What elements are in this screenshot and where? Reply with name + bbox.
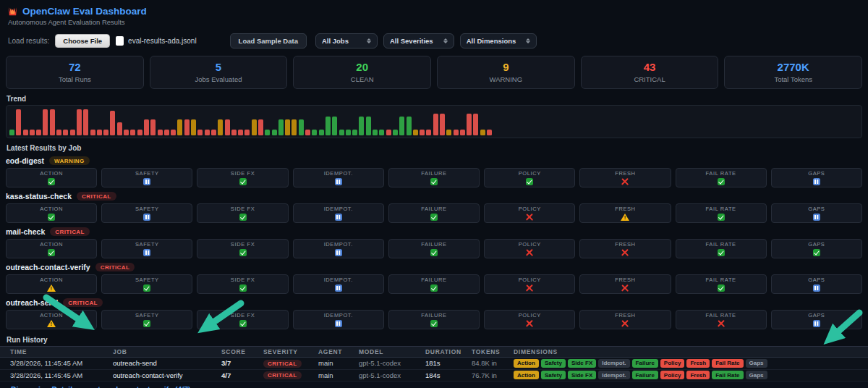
dimension-card-safety[interactable]: SAFETY: [101, 203, 192, 223]
trend-bar: [205, 130, 210, 135]
jobs-container: eod-digestWARNINGACTIONSAFETYSIDE FXIDEM…: [0, 156, 868, 329]
load-sample-data-button[interactable]: Load Sample Data: [230, 33, 307, 48]
dimension-card-failure[interactable]: FAILURE: [388, 274, 480, 294]
dimension-label: ACTION: [40, 170, 63, 177]
dimension-card-gaps[interactable]: GAPS: [771, 203, 862, 223]
filter-select-all-jobs[interactable]: All Jobs: [315, 33, 378, 48]
dimension-card-side-fx[interactable]: SIDE FX: [197, 310, 288, 329]
dimension-card-action[interactable]: ACTION: [6, 168, 97, 187]
skip-icon: [335, 214, 342, 221]
column-header-tokens[interactable]: TOKENS: [472, 348, 514, 355]
dimension-card-fail-rate[interactable]: FAIL RATE: [676, 239, 767, 258]
chip-side-fx[interactable]: Side FX: [568, 359, 596, 368]
choose-file-button[interactable]: Choose File: [55, 34, 110, 48]
chip-safety[interactable]: Safety: [541, 359, 566, 368]
trend-bar: [258, 119, 263, 135]
chip-policy[interactable]: Policy: [660, 359, 685, 368]
dimension-card-action[interactable]: ACTION: [6, 274, 97, 294]
column-header-agent[interactable]: AGENT: [318, 348, 359, 355]
trend-chart: [6, 105, 862, 138]
dimension-card-idempot-[interactable]: IDEMPOT.: [293, 310, 384, 329]
dimension-details-heading[interactable]: Dimension Details — outreach-contact-ver…: [11, 385, 862, 388]
dimension-card-side-fx[interactable]: SIDE FX: [197, 239, 288, 258]
dimension-card-failure[interactable]: FAILURE: [388, 203, 480, 223]
dimension-card-idempot-[interactable]: IDEMPOT.: [293, 274, 384, 294]
severity-badge: WARNING: [49, 156, 89, 165]
chip-gaps[interactable]: Gaps: [746, 371, 767, 379]
chip-idempot-[interactable]: Idempot.: [598, 371, 629, 379]
dimension-card-gaps[interactable]: GAPS: [771, 239, 862, 258]
column-header-model[interactable]: MODEL: [359, 348, 425, 355]
column-header-dimensions[interactable]: DIMENSIONS: [514, 348, 868, 355]
skip-icon: [143, 214, 150, 221]
dimension-card-gaps[interactable]: GAPS: [771, 274, 862, 294]
chip-fresh[interactable]: Fresh: [686, 359, 710, 368]
dimension-card-idempot-[interactable]: IDEMPOT.: [293, 239, 384, 258]
chip-fail-rate[interactable]: Fail Rate: [712, 359, 743, 368]
column-header-score[interactable]: SCORE: [221, 348, 263, 355]
chip-side-fx[interactable]: Side FX: [568, 371, 596, 379]
dimension-label: POLICY: [519, 241, 541, 248]
dimension-card-fail-rate[interactable]: FAIL RATE: [676, 310, 767, 329]
trend-bar: [252, 119, 257, 135]
dimension-card-policy[interactable]: POLICY: [484, 168, 575, 187]
chip-idempot-[interactable]: Idempot.: [598, 359, 629, 368]
trend-bar: [30, 130, 35, 135]
chip-failure[interactable]: Failure: [632, 359, 658, 368]
fail-icon: [526, 214, 533, 221]
dimension-card-safety[interactable]: SAFETY: [101, 310, 192, 329]
trend-bar: [373, 130, 378, 135]
dimension-card-side-fx[interactable]: SIDE FX: [197, 274, 288, 294]
dimension-card-fail-rate[interactable]: FAIL RATE: [676, 274, 767, 294]
column-header-job[interactable]: JOB: [113, 348, 221, 355]
chip-fresh[interactable]: Fresh: [686, 371, 710, 379]
dimension-card-fail-rate[interactable]: FAIL RATE: [676, 168, 767, 187]
trend-bar: [124, 130, 129, 135]
dimension-card-safety[interactable]: SAFETY: [101, 274, 192, 294]
dimension-card-gaps[interactable]: GAPS: [771, 310, 862, 329]
chip-action[interactable]: Action: [514, 371, 539, 379]
dimension-card-policy[interactable]: POLICY: [484, 203, 575, 223]
summary-card-clean: 20CLEAN: [293, 56, 431, 89]
dimension-card-idempot-[interactable]: IDEMPOT.: [293, 203, 384, 223]
dimension-card-safety[interactable]: SAFETY: [101, 168, 192, 187]
dimension-card-policy[interactable]: POLICY: [484, 274, 575, 294]
dimension-card-idempot-[interactable]: IDEMPOT.: [293, 168, 384, 187]
dimension-card-gaps[interactable]: GAPS: [771, 168, 862, 187]
chip-failure[interactable]: Failure: [632, 371, 658, 379]
dimension-card-fresh[interactable]: FRESH: [579, 203, 671, 223]
dimension-label: FAIL RATE: [706, 312, 736, 319]
filter-select-all-severities[interactable]: All Severities: [383, 33, 454, 48]
dimension-card-policy[interactable]: POLICY: [484, 239, 575, 258]
dimension-card-side-fx[interactable]: SIDE FX: [197, 203, 288, 223]
column-header-time[interactable]: TIME: [10, 348, 113, 355]
chip-safety[interactable]: Safety: [541, 371, 566, 379]
dimension-card-safety[interactable]: SAFETY: [101, 239, 192, 258]
dimension-card-action[interactable]: ACTION: [6, 203, 97, 223]
column-header-severity[interactable]: SEVERITY: [263, 348, 318, 355]
dimension-card-policy[interactable]: POLICY: [484, 310, 575, 329]
column-header-duration[interactable]: DURATION: [425, 348, 472, 355]
dimension-card-fresh[interactable]: FRESH: [579, 168, 671, 187]
dimension-card-side-fx[interactable]: SIDE FX: [197, 168, 288, 187]
filter-select-all-dimensions[interactable]: All Dimensions: [460, 33, 537, 48]
dimension-card-fresh[interactable]: FRESH: [579, 310, 671, 329]
chip-policy[interactable]: Policy: [660, 371, 685, 379]
chip-fail-rate[interactable]: Fail Rate: [712, 371, 743, 379]
chip-gaps[interactable]: Gaps: [746, 359, 767, 368]
page-title: OpenClaw Eval Dashboard: [22, 6, 147, 17]
dimension-card-failure[interactable]: FAILURE: [388, 239, 480, 258]
run-history-row[interactable]: 3/28/2026, 11:45:45 AMoutreach-contact-v…: [0, 370, 868, 382]
severity-badge: CRITICAL: [63, 298, 103, 307]
dimension-card-fresh[interactable]: FRESH: [579, 274, 671, 294]
dimension-card-failure[interactable]: FAILURE: [388, 310, 480, 329]
dimension-card-action[interactable]: ACTION: [6, 310, 97, 329]
dimension-card-fresh[interactable]: FRESH: [579, 239, 671, 258]
severity-badge: CRITICAL: [50, 227, 90, 236]
cell-model: gpt-5.1-codex: [359, 359, 425, 367]
dimension-card-failure[interactable]: FAILURE: [388, 168, 480, 187]
chip-action[interactable]: Action: [514, 359, 539, 368]
dimension-card-fail-rate[interactable]: FAIL RATE: [676, 203, 767, 223]
run-history-row[interactable]: 3/28/2026, 11:45:45 AMoutreach-send3/7CR…: [0, 358, 868, 370]
dimension-card-action[interactable]: ACTION: [6, 239, 97, 258]
